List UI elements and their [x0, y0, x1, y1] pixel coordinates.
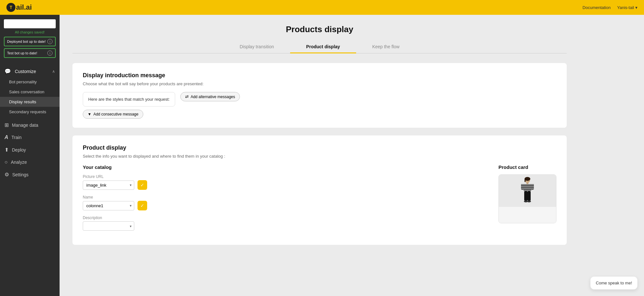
product-card-info [499, 207, 556, 223]
settings-label: Settings [12, 172, 29, 177]
intro-title: Display introduction message [83, 72, 556, 79]
message-area: Here are the styles that match your requ… [83, 92, 556, 119]
description-label: Description [83, 216, 486, 220]
product-card-column: Product card [498, 164, 556, 223]
sidebar-item-secondary-requests[interactable]: Secondary requests [0, 107, 60, 117]
consecutive-icon: ▼ [88, 112, 91, 116]
chat-bubble[interactable]: Come speak to me! [590, 276, 638, 290]
logo: T ail.ai [6, 3, 32, 12]
product-display-subtitle: Select the info you want to displayed an… [83, 154, 556, 159]
catalog-column: Your catalog Picture URL image_link pict… [83, 164, 486, 236]
deploy-bot-label: Deployed bot up to date! [7, 40, 46, 43]
test-info-icon[interactable]: i [47, 51, 52, 56]
settings-icon: ⚙ [5, 171, 9, 178]
product-image-svg [518, 176, 537, 205]
intro-subtitle: Choose what the bot will say before your… [83, 81, 556, 86]
sidebar-item-display-results[interactable]: Display results [0, 97, 60, 107]
logo-text: ail.ai [16, 3, 32, 12]
sidebar-item-train[interactable]: A Train [0, 131, 60, 143]
customize-header[interactable]: 💬 Customize ∧ [0, 66, 60, 77]
chevron-up-icon: ∧ [52, 69, 55, 74]
main-content: Products display Display transition Prod… [60, 15, 580, 296]
sidebar-item-settings[interactable]: ⚙ Settings [0, 168, 60, 181]
saved-status: All changes saved! [4, 30, 56, 34]
deploy-label: Deploy [12, 147, 26, 153]
analyze-icon: ○ [5, 159, 8, 165]
deploy-icon: ⬆ [5, 147, 9, 153]
svg-rect-18 [527, 191, 531, 201]
sidebar: All changes saved! Deployed bot up to da… [0, 15, 60, 296]
field-description: Description description desc [83, 216, 486, 231]
svg-rect-10 [521, 184, 524, 185]
picture-url-label: Picture URL [83, 174, 486, 179]
manage-data-icon: ⊞ [5, 122, 9, 128]
svg-rect-6 [524, 186, 531, 187]
name-label: Name [83, 195, 486, 199]
svg-rect-17 [524, 191, 527, 201]
user-name: Yanis-tail [617, 5, 634, 10]
right-panel [580, 15, 644, 296]
top-navigation: T ail.ai Documentation Yanis-tail ▾ [0, 0, 644, 15]
svg-rect-2 [525, 179, 526, 182]
svg-rect-15 [531, 186, 534, 187]
product-display-section: Product display Select the info you want… [72, 135, 567, 245]
name-select[interactable]: colonne1 name title [83, 201, 134, 210]
svg-rect-12 [521, 188, 524, 189]
tab-display-transition[interactable]: Display transition [223, 41, 290, 53]
alternative-icon: ⇄ [185, 94, 189, 99]
user-dropdown[interactable]: Yanis-tail ▾ [617, 5, 638, 10]
chat-bubble-text: Come speak to me! [596, 281, 632, 285]
customize-label: Customize [15, 69, 36, 74]
tab-product-display[interactable]: Product display [290, 41, 356, 53]
deploy-bot-button[interactable]: Deployed bot up to date! i [4, 37, 56, 46]
chevron-down-icon: ▾ [635, 5, 638, 10]
name-toggle[interactable]: ✓ [137, 201, 147, 210]
description-row: description desc [83, 221, 486, 231]
manage-data-label: Manage data [12, 123, 38, 128]
name-select-wrapper: colonne1 name title [83, 201, 134, 210]
test-bot-button[interactable]: Test bot up to date! i [4, 48, 56, 58]
topnav-right: Documentation Yanis-tail ▾ [582, 5, 638, 10]
add-alternative-label: Add alternative messages [191, 95, 235, 99]
page-title: Products display [72, 24, 567, 34]
train-icon: A [5, 134, 8, 140]
svg-rect-8 [524, 190, 531, 191]
message-actions: ⇄ Add alternative messages [180, 92, 240, 101]
sidebar-item-deploy[interactable]: ⬆ Deploy [0, 143, 60, 156]
sidebar-search-input[interactable] [4, 19, 56, 28]
tab-keep-the-flow[interactable]: Keep the flow [356, 41, 416, 53]
field-picture-url: Picture URL image_link picture_url image… [83, 174, 486, 190]
tabs: Display transition Product display Keep … [72, 41, 567, 53]
svg-rect-11 [521, 186, 524, 187]
sidebar-item-sales-conversation[interactable]: Sales conversation [0, 87, 60, 97]
intro-message-box[interactable]: Here are the styles that match your requ… [83, 92, 175, 106]
description-select-wrapper: description desc [83, 221, 134, 231]
customize-section: 💬 Customize ∧ Bot personality Sales conv… [0, 64, 60, 119]
customize-icon: 💬 [5, 69, 11, 74]
picture-url-select-wrapper: image_link picture_url image_url [83, 180, 134, 190]
documentation-link[interactable]: Documentation [582, 5, 611, 10]
svg-rect-16 [531, 188, 534, 189]
add-consecutive-button[interactable]: ▼ Add consecutive message [83, 110, 143, 119]
catalog-header: Your catalog [83, 164, 486, 170]
picture-url-row: image_link picture_url image_url ✓ [83, 180, 486, 190]
product-card-image [499, 175, 556, 207]
description-select[interactable]: description desc [83, 221, 134, 231]
add-alternative-button[interactable]: ⇄ Add alternative messages [180, 92, 240, 101]
field-name: Name colonne1 name title ✓ [83, 195, 486, 210]
intro-message-text: Here are the styles that match your requ… [88, 97, 170, 102]
product-display-title: Product display [83, 144, 556, 151]
svg-rect-7 [524, 188, 531, 189]
logo-icon: T [6, 3, 15, 12]
analyze-label: Analyze [11, 160, 27, 165]
svg-point-20 [527, 200, 531, 202]
test-bot-label: Test bot up to date! [7, 51, 37, 55]
deploy-info-icon[interactable]: i [47, 39, 52, 44]
picture-url-toggle[interactable]: ✓ [137, 180, 147, 190]
sidebar-item-analyze[interactable]: ○ Analyze [0, 156, 60, 168]
add-consecutive-label: Add consecutive message [93, 112, 138, 116]
train-label: Train [12, 135, 22, 140]
sidebar-item-bot-personality[interactable]: Bot personality [0, 77, 60, 87]
sidebar-item-manage-data[interactable]: ⊞ Manage data [0, 119, 60, 131]
picture-url-select[interactable]: image_link picture_url image_url [83, 180, 134, 190]
